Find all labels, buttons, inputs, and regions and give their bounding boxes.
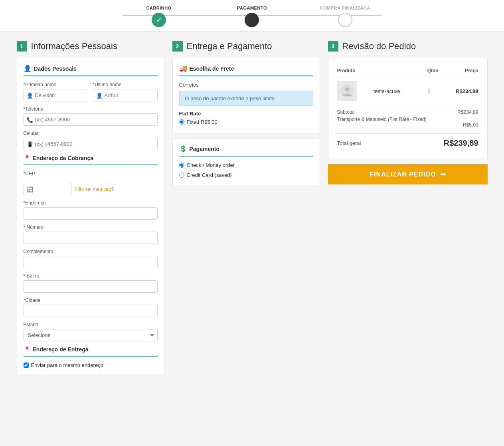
section3-number: 3 <box>328 41 338 52</box>
neighborhood-input[interactable] <box>24 280 158 293</box>
number-row: * Número <box>24 224 158 244</box>
mobile-label: Celular <box>24 131 158 136</box>
first-name-icon: 👤 <box>27 92 33 98</box>
flat-rate-option: Fixed R$5,00 <box>179 119 313 125</box>
state-select[interactable]: Selecione SP RJ MG <box>24 329 158 341</box>
phone-group: *Telefone 📞 <box>24 106 158 126</box>
cep-row: *CEP <box>24 171 158 178</box>
flat-rate-radio[interactable] <box>179 119 184 125</box>
th-produto: Produto <box>335 65 418 77</box>
city-row: *Cidade <box>24 297 158 317</box>
number-group: * Número <box>24 224 158 244</box>
subtotal-label: Subtotal <box>337 109 355 115</box>
state-label: Estado <box>24 322 158 327</box>
product-thumbnail <box>337 81 357 101</box>
table-header-row: Produto Qtde Preço <box>335 65 481 77</box>
complement-group: Complemento <box>24 249 158 268</box>
payment-check-radio[interactable] <box>179 163 184 168</box>
section1-number: 1 <box>17 41 27 52</box>
last-name-group: *Último nome 👤 <box>93 82 158 101</box>
payment-credit-radio[interactable] <box>179 172 184 178</box>
step-pagamento-circle <box>245 13 259 27</box>
table-row: teste-acuve 1 R$234,89 <box>335 77 481 105</box>
shipping-address-icon: 📍 <box>24 346 30 353</box>
number-input[interactable] <box>24 232 158 244</box>
name-row: *Primeiro nome 👤 *Último nome 👤 <box>24 82 158 101</box>
first-name-label: *Primeiro nome <box>24 82 88 87</box>
mobile-row: Celular 📱 <box>24 131 158 150</box>
section2-number: 2 <box>172 41 183 52</box>
state-group: Estado Selecione SP RJ MG <box>24 322 158 341</box>
city-group: *Cidade <box>24 297 158 317</box>
cep-input-row: 🔄 Não sei meu cep? <box>24 183 158 195</box>
same-address-row: Enviar para o mesmo endereço <box>24 362 158 368</box>
review-card: Produto Qtde Preço <box>328 58 488 159</box>
section1-title: Informações Pessoais <box>31 41 117 52</box>
last-name-icon: 👤 <box>96 92 103 98</box>
city-label: *Cidade <box>24 297 158 303</box>
neighborhood-row: * Bairro <box>24 273 158 293</box>
total-geral-label: Total geral <box>337 140 361 146</box>
truck-icon: 🚚 <box>179 65 187 72</box>
transport-value: R$5,00 <box>337 122 478 128</box>
section2-header: 2 Entrega e Pagamento <box>172 41 320 52</box>
th-qtde: Qtde <box>417 65 441 77</box>
transport-row: Transporte & Manuseio (Flat Rate - Fixed… <box>337 117 478 128</box>
cep-wrapper: 🔄 <box>24 183 71 195</box>
payment-check-label: Check / Money order <box>187 162 235 168</box>
mobile-wrapper: 📱 <box>24 138 158 150</box>
step-pagamento: PAGAMENTO <box>206 6 298 27</box>
phone-wrapper: 📞 <box>24 113 158 126</box>
step-carrinho-circle: ✓ <box>152 13 166 27</box>
phone-input[interactable] <box>24 113 158 126</box>
review-table: Produto Qtde Preço <box>335 65 481 105</box>
billing-address-header: 📍 Endereço de Cobrança <box>24 155 158 165</box>
first-name-group: *Primeiro nome 👤 <box>24 82 88 101</box>
payment-check-option: Check / Money order <box>179 162 313 168</box>
subtotal-row: Subtotal R$234,89 <box>337 109 478 115</box>
complement-label: Complemento <box>24 249 158 254</box>
number-label: * Número <box>24 224 158 230</box>
city-input[interactable] <box>24 305 158 317</box>
complement-input[interactable] <box>24 256 158 268</box>
total-geral-value: R$239,89 <box>444 139 478 148</box>
mobile-icon: 📱 <box>27 141 33 147</box>
personal-section-title: 👤 Dados Pessoais <box>24 65 158 76</box>
phone-icon: 📞 <box>27 117 33 123</box>
same-address-label: Enviar para o mesmo endereço <box>31 362 103 368</box>
finalize-button-label: FINALIZAR PEDIDO <box>370 171 436 178</box>
section3-title: Revisão do Pedido <box>342 41 416 52</box>
first-name-wrapper: 👤 <box>24 89 88 101</box>
phone-row: *Telefone 📞 <box>24 106 158 126</box>
totals-section: Subtotal R$234,89 Transporte & Manuseio … <box>335 105 481 134</box>
subtotal-value: R$234,89 <box>457 109 478 115</box>
person-icon: 👤 <box>24 65 32 72</box>
finalize-button[interactable]: FINALIZAR PEDIDO ➡ <box>328 164 488 184</box>
payment-credit-label: Credit Card (saved) <box>187 172 232 178</box>
last-name-label: *Último nome <box>93 82 158 87</box>
last-name-input[interactable] <box>93 89 158 101</box>
neighborhood-label: * Bairro <box>24 273 158 279</box>
mobile-input[interactable] <box>24 138 158 150</box>
step-finalizada-circle <box>338 13 352 27</box>
th-preco: Preço <box>441 65 481 77</box>
cep-link[interactable]: Não sei meu cep? <box>75 186 114 192</box>
personal-card: 👤 Dados Pessoais *Primeiro nome 👤 *Últim… <box>17 58 164 375</box>
step-carrinho: CARRINHO ✓ <box>113 6 206 27</box>
payment-options: Check / Money order Credit Card (saved) <box>179 162 313 180</box>
step-finalizada: COMPRA FINALIZADA <box>298 6 391 27</box>
same-address-checkbox[interactable] <box>24 363 29 368</box>
column-review: 3 Revisão do Pedido Produto Qtde Preço <box>328 41 488 380</box>
address-label: *Endereço <box>24 200 158 206</box>
correios-label: Correios <box>179 82 313 88</box>
payment-card: 💲 Pagamento Check / Money order Credit C… <box>172 138 320 186</box>
billing-address-icon: 📍 <box>24 155 30 161</box>
phone-label: *Telefone <box>24 106 158 112</box>
cep-icon: 🔄 <box>27 186 33 192</box>
total-geral-row: Total geral R$239,89 <box>335 134 481 153</box>
delivery-warning: O peso do pacote excede o peso limite. <box>179 91 313 106</box>
freight-card: 🚚 Escolha de Frete Correios O peso do pa… <box>172 58 320 133</box>
first-name-input[interactable] <box>24 89 88 101</box>
section3-header: 3 Revisão do Pedido <box>328 41 488 52</box>
address-input[interactable] <box>24 207 158 220</box>
